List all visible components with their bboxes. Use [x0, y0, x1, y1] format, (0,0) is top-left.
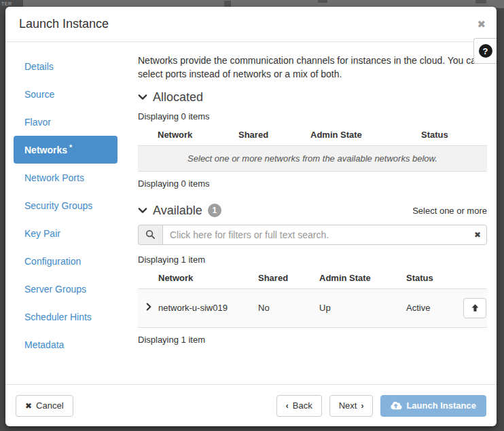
- clear-search-icon[interactable]: ✖: [474, 231, 481, 239]
- modal-footer: ✖ Cancel ‹ Back Next › Launch Instance: [5, 384, 497, 426]
- allocated-empty-message: Select one or more networks from the ava…: [138, 145, 487, 171]
- chevron-down-icon[interactable]: [138, 206, 147, 215]
- required-asterisk: *: [69, 143, 72, 151]
- back-button[interactable]: ‹ Back: [276, 395, 322, 417]
- sidebar-item-key-pair[interactable]: Key Pair: [14, 219, 118, 247]
- next-button[interactable]: Next ›: [329, 395, 374, 417]
- allocated-table: Network Shared Admin State Status Select…: [138, 126, 487, 172]
- background-fragment: [475, 0, 486, 3]
- search-field-wrap: ✖: [162, 225, 487, 245]
- column-header-admin-state: Admin State: [310, 126, 421, 146]
- sidebar-item-configuration[interactable]: Configuration: [14, 247, 118, 275]
- available-table: Network Shared Admin State Status: [138, 269, 487, 328]
- chevron-left-icon: ‹: [286, 401, 289, 411]
- help-button[interactable]: ?: [473, 38, 497, 64]
- column-header-shared: Shared: [238, 126, 310, 146]
- column-header-status: Status: [406, 269, 463, 289]
- available-section-header: Available 1 Select one or more: [138, 204, 487, 218]
- row-actions-cell: [463, 288, 487, 327]
- sidebar-item-network-ports[interactable]: Network Ports: [14, 164, 118, 191]
- search-input[interactable]: [162, 225, 487, 245]
- available-count-top: Displaying 1 item: [138, 255, 487, 265]
- background-fragment: [224, 1, 231, 7]
- chevron-right-icon[interactable]: [145, 303, 153, 311]
- allocated-count-top: Displaying 0 items: [138, 111, 487, 121]
- sidebar-item-metadata[interactable]: Metadata: [14, 331, 118, 358]
- allocated-section-header: Allocated: [138, 90, 487, 105]
- column-header-shared: Shared: [258, 269, 319, 289]
- wizard-nav-buttons: ‹ Back Next › Launch Instance: [276, 395, 486, 417]
- modal-header: Launch Instance ✖: [5, 7, 497, 42]
- available-network-row: network-u-siw019 No Up Active: [138, 288, 487, 327]
- sidebar-item-server-groups[interactable]: Server Groups: [14, 275, 118, 303]
- modal-title: Launch Instance: [19, 17, 109, 31]
- row-expander-cell: [138, 288, 158, 327]
- sidebar-item-details[interactable]: Details: [14, 52, 118, 80]
- sidebar-item-source[interactable]: Source: [14, 80, 118, 108]
- column-header-status: Status: [421, 126, 487, 146]
- chevron-down-icon[interactable]: [138, 92, 147, 102]
- cloud-upload-icon: [391, 401, 402, 410]
- available-count-bottom: Displaying 1 item: [138, 335, 487, 345]
- question-circle-icon: ?: [479, 44, 492, 58]
- column-header-network: Network: [138, 126, 238, 146]
- x-icon: ✖: [25, 401, 32, 411]
- filter-search-bar: ✖: [138, 225, 487, 245]
- sidebar-item-networks[interactable]: Networks *: [14, 136, 118, 164]
- cancel-button[interactable]: ✖ Cancel: [16, 395, 73, 417]
- available-heading: Available: [153, 204, 202, 218]
- step-description: Networks provide the communication chann…: [138, 54, 487, 81]
- sidebar-item-flavor[interactable]: Flavor: [14, 108, 118, 136]
- launch-instance-button[interactable]: Launch Instance: [380, 395, 486, 417]
- column-header-expander: [138, 269, 158, 289]
- allocated-count-bottom: Displaying 0 items: [138, 179, 487, 189]
- networks-step-content: Networks provide the communication chann…: [138, 42, 497, 384]
- select-hint: Select one or more: [412, 206, 487, 216]
- sidebar-item-security-groups[interactable]: Security Groups: [14, 191, 118, 219]
- cell-status: Active: [406, 288, 463, 327]
- cell-admin-state: Up: [319, 288, 406, 327]
- chevron-right-icon: ›: [361, 401, 363, 411]
- background-fragment: [318, 0, 327, 3]
- search-icon: [145, 229, 156, 240]
- cell-shared: No: [258, 288, 319, 327]
- allocate-network-button[interactable]: [463, 298, 486, 318]
- available-count-badge: 1: [208, 204, 221, 217]
- cell-network-name: network-u-siw019: [158, 288, 258, 327]
- column-header-admin-state: Admin State: [319, 269, 406, 289]
- search-addon: [138, 225, 162, 245]
- sidebar-item-scheduler-hints[interactable]: Scheduler Hints: [14, 303, 118, 331]
- column-header-actions: [463, 269, 487, 289]
- modal-body: Details Source Flavor Networks * Network…: [5, 42, 497, 384]
- launch-instance-modal: Launch Instance ✖ ? Details Source Flavo…: [5, 7, 497, 426]
- close-icon[interactable]: ✖: [477, 19, 486, 29]
- allocated-empty-row: Select one or more networks from the ava…: [138, 145, 487, 171]
- arrow-up-icon: [471, 303, 480, 312]
- allocated-heading: Allocated: [153, 90, 203, 105]
- wizard-sidebar: Details Source Flavor Networks * Network…: [5, 42, 138, 384]
- column-header-network: Network: [158, 269, 258, 289]
